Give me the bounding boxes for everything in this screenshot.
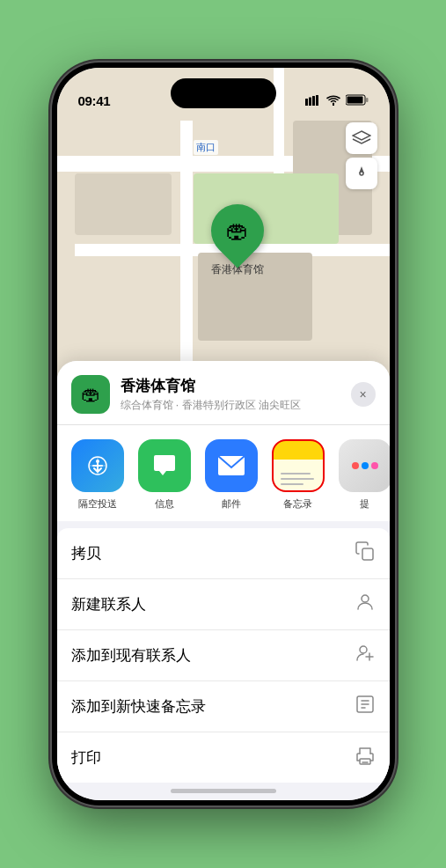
action-add-notes[interactable]: 添加到新快速备忘录 [57,681,390,732]
venue-header: 🏟 香港体育馆 综合体育馆 · 香港特别行政区 油尖旺区 × [57,361,390,425]
svg-point-14 [360,646,367,653]
share-item-airdrop[interactable]: 隔空投送 [68,439,128,511]
add-existing-label: 添加到现有联系人 [71,645,191,666]
add-notes-label: 添加到新快速备忘录 [71,696,206,717]
svg-rect-6 [347,97,362,104]
map-nankou-label: 南口 [194,140,218,155]
svg-rect-21 [360,759,370,764]
add-notes-icon [355,694,376,719]
action-list: 拷贝 新建联系人 [57,528,390,783]
mail-icon [205,439,258,492]
map-controls [346,122,377,193]
location-pin: 🏟 香港体育馆 [211,204,264,277]
venue-name: 香港体育馆 [121,376,351,396]
svg-rect-2 [312,96,315,106]
notes-label: 备忘录 [283,497,312,511]
print-label: 打印 [71,747,101,768]
home-indicator [171,789,276,793]
share-item-mail[interactable]: 邮件 [201,439,261,511]
svg-rect-0 [305,99,308,106]
svg-point-9 [96,460,99,463]
location-button[interactable] [346,158,377,189]
action-print[interactable]: 打印 [57,732,390,783]
action-add-existing[interactable]: 添加到现有联系人 [57,630,390,681]
svg-point-7 [360,172,363,175]
messages-label: 信息 [155,497,174,511]
close-button[interactable]: × [351,382,376,407]
share-item-notes[interactable]: 备忘录 [268,439,328,511]
airdrop-label: 隔空投送 [78,497,117,511]
share-item-more[interactable]: 提 [335,439,390,511]
airdrop-icon [71,439,124,492]
svg-rect-12 [362,548,373,560]
svg-rect-1 [309,97,311,106]
new-contact-icon [355,592,376,617]
share-row: 隔空投送 信息 [57,425,390,521]
action-copy[interactable]: 拷贝 [57,528,390,579]
svg-rect-5 [366,98,369,102]
venue-info: 香港体育馆 综合体育馆 · 香港特别行政区 油尖旺区 [121,376,351,413]
more-icon [339,439,390,492]
status-time: 09:41 [78,93,111,108]
phone-screen: 09:41 [57,68,390,800]
pin-icon: 🏟 [200,194,274,268]
map-layers-button[interactable] [346,122,377,154]
svg-point-13 [362,595,369,602]
signal-icon [305,95,321,108]
dynamic-island [171,78,276,108]
wifi-icon [326,95,340,108]
copy-icon [355,541,376,566]
battery-icon [346,94,369,108]
more-label: 提 [360,497,369,511]
venue-icon: 🏟 [71,375,110,414]
messages-icon [138,439,191,492]
phone-frame: 09:41 [52,63,395,805]
add-existing-icon [355,643,376,668]
bottom-sheet: 🏟 香港体育馆 综合体育馆 · 香港特别行政区 油尖旺区 × [57,361,390,800]
svg-rect-3 [316,95,318,106]
share-item-messages[interactable]: 信息 [135,439,194,511]
notes-icon [272,439,325,492]
venue-subtitle: 综合体育馆 · 香港特别行政区 油尖旺区 [121,398,351,413]
action-new-contact[interactable]: 新建联系人 [57,579,390,630]
new-contact-label: 新建联系人 [71,594,146,614]
mail-label: 邮件 [222,497,241,511]
copy-label: 拷贝 [71,543,101,563]
print-icon [355,745,376,770]
status-icons [305,94,369,108]
